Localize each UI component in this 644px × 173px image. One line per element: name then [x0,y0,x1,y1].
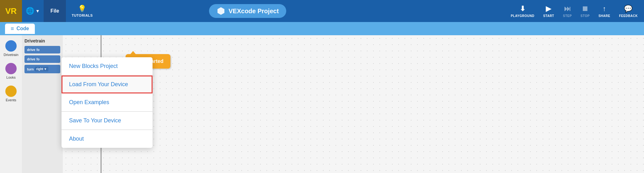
globe-button[interactable]: 🌐 ▼ [22,0,44,22]
looks-label: Looks [6,75,15,79]
share-button[interactable]: ↑ SHARE [595,0,614,22]
file-dropdown-overlay: New Blocks Project Load From Your Device… [62,57,153,148]
load-device-label: Load From Your Device [69,81,128,87]
playground-button[interactable]: ⬇ PLAYGROUND [507,0,537,22]
main-content: Drivetrain Looks Events Drivetrain drive… [0,35,644,173]
drive-label-1: drive [27,48,35,52]
blocks-panel-title: Drivetrain [24,38,60,43]
project-title-text: VEXcode Project [228,8,279,15]
playground-icon: ⬇ [520,5,526,13]
load-from-device-item[interactable]: Load From Your Device [62,75,153,93]
drive-suffix-1: fo [36,48,39,52]
new-blocks-project-item[interactable]: New Blocks Project [62,57,153,75]
hexagon-icon [217,7,225,15]
drive-label-2: drive [27,57,35,61]
file-button[interactable]: File [44,0,66,22]
sidebar: Drivetrain Looks Events [0,35,22,173]
vr-logo[interactable]: VR [0,0,22,22]
file-dropdown-menu: New Blocks Project Load From Your Device… [62,57,153,148]
turn-label: turn [27,67,34,71]
sidebar-item-looks[interactable]: Looks [5,63,17,79]
file-label: File [51,8,59,14]
tutorials-label: TUTORIALS [72,14,93,17]
sidebar-item-drivetrain[interactable]: Drivetrain [3,40,18,57]
save-to-device-item[interactable]: Save To Your Device [62,112,153,130]
toolbar-right-actions: ⬇ PLAYGROUND ▶ START ⏭ STEP ⏹ STOP ↑ SHA… [507,0,641,22]
turn-dropdown[interactable]: right ▼ [35,67,48,71]
start-icon: ▶ [546,5,551,13]
share-icon: ↑ [603,5,606,13]
looks-circle-icon [5,63,17,74]
save-device-label: Save To Your Device [69,117,121,124]
playground-label: PLAYGROUND [511,14,534,18]
drive-block-2[interactable]: drive fo [24,55,60,63]
code-tab-label: Code [17,26,29,31]
toolbar: VR 🌐 ▼ File 💡 TUTORIALS VEXcode Project … [0,0,644,22]
share-label: SHARE [598,14,610,18]
globe-icon: 🌐 [26,7,34,15]
stop-icon: ⏹ [582,5,589,13]
events-label: Events [6,98,16,102]
lightbulb-icon: 💡 [78,5,87,13]
step-icon: ⏭ [564,5,571,13]
tutorials-button[interactable]: 💡 TUTORIALS [66,0,98,22]
drive-suffix-2: fo [36,58,39,61]
step-label: STEP [563,14,572,18]
stop-label: STOP [581,14,590,18]
about-item[interactable]: About [62,130,153,148]
drivetrain-label: Drivetrain [3,53,18,57]
feedback-label: FEEDBACK [619,14,638,18]
svg-marker-0 [217,7,224,15]
start-label: START [543,14,554,18]
feedback-icon: 💬 [624,5,633,13]
new-blocks-label: New Blocks Project [69,63,118,69]
turn-dropdown-arrow: ▼ [44,67,47,71]
events-circle-icon [5,86,17,97]
second-bar: ≡ Code ? [0,22,644,35]
drive-block-1[interactable]: drive fo [24,46,60,53]
code-tab-icon: ≡ [11,25,14,32]
step-button[interactable]: ⏭ STEP [560,0,575,22]
start-button[interactable]: ▶ START [540,0,557,22]
project-title[interactable]: VEXcode Project [209,4,286,18]
stop-button[interactable]: ⏹ STOP [577,0,593,22]
feedback-button[interactable]: 💬 FEEDBACK [616,0,641,22]
blocks-panel: Drivetrain drive fo drive fo turn right … [22,35,63,173]
sidebar-item-events[interactable]: Events [5,86,17,102]
turn-dropdown-value: right [36,67,43,71]
turn-block[interactable]: turn right ▼ [24,65,60,73]
open-examples-item[interactable]: Open Examples [62,93,153,112]
code-tab[interactable]: ≡ Code [5,24,35,34]
globe-chevron: ▼ [35,8,40,14]
open-examples-label: Open Examples [69,99,109,105]
drivetrain-circle-icon [5,40,17,52]
about-label: About [69,136,84,142]
